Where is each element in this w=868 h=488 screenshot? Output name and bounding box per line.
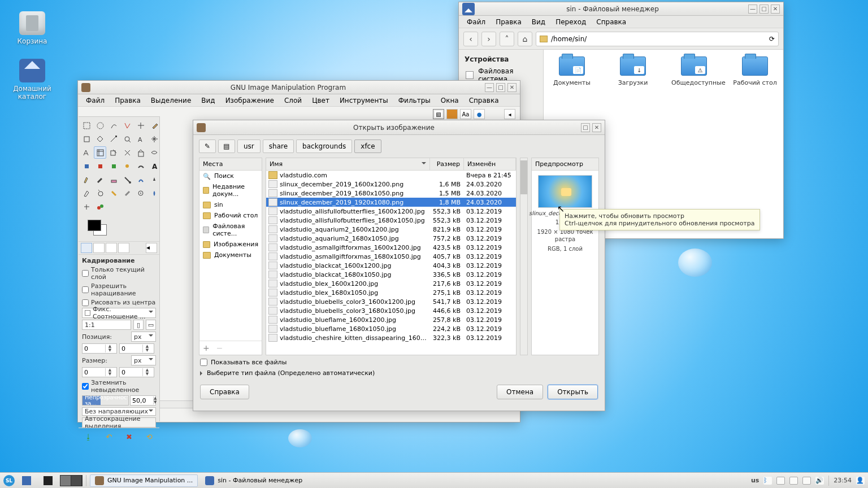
places-item[interactable]: Рабочий стол <box>199 210 262 221</box>
col-date[interactable]: Изменён <box>464 158 516 170</box>
tool-button[interactable] <box>80 173 93 186</box>
titlebar[interactable]: Открыть изображение □ ✕ <box>193 120 605 135</box>
add-bookmark-button[interactable]: + <box>203 343 210 352</box>
remove-bookmark-button[interactable]: − <box>216 343 223 352</box>
menu-go[interactable]: Переход <box>551 16 591 28</box>
tool-button[interactable] <box>148 119 160 132</box>
show-all-files-checkbox[interactable]: Показывать все файлы <box>200 359 598 366</box>
crumb-backgrounds[interactable]: backgrounds <box>296 140 352 153</box>
close-button[interactable]: ✕ <box>592 123 601 132</box>
menu-item[interactable]: Цвет <box>307 95 334 106</box>
menu-view[interactable]: Вид <box>527 16 550 28</box>
pos-x-input[interactable]: ▲▼ <box>82 343 117 354</box>
size-w-input[interactable]: ▲▼ <box>82 367 117 377</box>
restore-preset-button[interactable]: ↶ <box>103 432 115 442</box>
crumb-usr[interactable]: usr <box>237 140 261 153</box>
tool-button[interactable]: A <box>134 133 147 145</box>
file-row[interactable]: vladstudio_blex_1600x1200.jpg217,6 kB03.… <box>266 279 516 288</box>
terminal-launcher[interactable] <box>38 474 58 487</box>
menu-item[interactable]: Справка <box>465 95 504 106</box>
opt-allow-grow[interactable]: Разрешить наращивание <box>82 282 156 297</box>
tool-button[interactable] <box>94 133 106 145</box>
file-row[interactable]: slinux_december_2019_1600x1200.png1,6 MB… <box>266 180 516 189</box>
taskbar-item-gimp[interactable]: GNU Image Manipulation ... <box>90 474 198 487</box>
start-button[interactable]: SL <box>3 475 15 486</box>
file-row[interactable]: vladstudio_allisfullofbutterflies_1600x1… <box>266 207 516 216</box>
tab-menu[interactable]: ◂ <box>504 109 515 119</box>
places-item[interactable]: Документы <box>199 250 262 260</box>
address-input[interactable] <box>551 35 766 43</box>
tool-button[interactable] <box>107 133 120 145</box>
file-row[interactable]: vladstudio_aquarium2_1600x1200.jpg821,9 … <box>266 225 516 234</box>
battery-icon[interactable] <box>802 477 811 485</box>
unit-select[interactable]: px <box>131 355 156 365</box>
tab-menu-button[interactable]: ◂ <box>146 243 157 253</box>
tool-button[interactable] <box>107 119 120 132</box>
back-button[interactable]: ‹ <box>463 32 478 46</box>
close-button[interactable]: ✕ <box>507 83 517 92</box>
folder-item[interactable]: 📄Документы <box>549 56 594 86</box>
menu-help[interactable]: Справка <box>592 16 631 28</box>
menu-item[interactable]: Инструменты <box>335 95 393 106</box>
opacity-value[interactable]: ▲▼ <box>130 395 156 406</box>
tool-button[interactable] <box>80 133 93 145</box>
file-row[interactable]: vladstudio_blackcat_1680x1050.jpg336,5 k… <box>266 270 516 279</box>
tool-button[interactable] <box>134 187 147 199</box>
file-row[interactable]: vladstudio_blueflame_1600x1200.jpg257,8 … <box>266 315 516 324</box>
taskbar-item-filemanager[interactable]: sin - Файловый менеджер <box>200 474 307 487</box>
home-button[interactable]: ⌂ <box>518 32 532 46</box>
tool-button[interactable] <box>134 146 147 159</box>
tool-button[interactable] <box>94 187 106 199</box>
reset-button[interactable]: ⟲ <box>144 432 155 442</box>
tab-font[interactable]: Aa <box>460 109 471 119</box>
crumb-xfce[interactable]: xfce <box>354 140 381 153</box>
clock[interactable]: 23:54 <box>834 477 852 484</box>
titlebar[interactable]: GNU Image Manipulation Program — □ ✕ <box>78 81 520 94</box>
menu-item[interactable]: Выделение <box>146 95 196 106</box>
folder-item[interactable]: Рабочий стол <box>732 56 778 86</box>
tool-button[interactable] <box>148 187 160 199</box>
tool-button[interactable] <box>94 201 106 213</box>
file-row[interactable]: slinux_december_2019_1680x1050.png1,5 MB… <box>266 189 516 198</box>
titlebar[interactable]: sin - Файловый менеджер — □ ✕ <box>459 2 783 16</box>
file-row[interactable]: vladstudio_blackcat_1600x1200.jpg404,3 k… <box>266 261 516 270</box>
file-row[interactable]: vladstudio_cheshire_kitten_dissapearing_… <box>266 333 516 342</box>
user-menu-icon[interactable]: 👤 <box>856 477 865 485</box>
tool-button[interactable] <box>121 187 133 199</box>
file-row[interactable]: slinux_december_2019_1920x1080.png1,8 MB… <box>266 198 516 207</box>
tab-pattern[interactable] <box>446 109 458 119</box>
tool-button[interactable] <box>107 146 120 159</box>
menu-file[interactable]: Файл <box>462 16 490 28</box>
updates-icon[interactable] <box>776 477 785 485</box>
guides-select[interactable]: Без направляющих <box>82 407 156 416</box>
menu-item[interactable]: Файл <box>81 95 109 106</box>
portrait-button[interactable]: ▯ <box>133 320 144 330</box>
tool-button[interactable] <box>94 160 106 172</box>
col-size[interactable]: Размер <box>430 158 464 170</box>
cancel-button[interactable]: Отмена <box>497 385 543 399</box>
file-row[interactable]: vladstudio_asmallgiftforxmas_1600x1200.j… <box>266 243 516 252</box>
crumb-edit-button[interactable]: ✎ <box>199 140 216 153</box>
tool-button[interactable] <box>121 133 133 145</box>
keyboard-layout[interactable]: us <box>751 477 759 484</box>
file-row[interactable]: vladstudio.comВчера в 21:45 <box>266 171 516 180</box>
tab-history[interactable]: ● <box>474 109 485 119</box>
scrollbar[interactable] <box>520 158 528 355</box>
crumb-share[interactable]: share <box>263 140 294 153</box>
aspect-value-input[interactable]: 1:1 <box>82 320 131 330</box>
maximize-button[interactable]: □ <box>760 5 769 14</box>
tool-button[interactable] <box>80 187 93 199</box>
file-row[interactable]: vladstudio_asmallgiftforxmas_1680x1050.j… <box>266 252 516 261</box>
help-button[interactable]: Справка <box>200 385 249 399</box>
forward-button[interactable]: › <box>481 32 496 46</box>
size-h-input[interactable]: ▲▼ <box>119 367 154 377</box>
file-rows[interactable]: vladstudio.comВчера в 21:45slinux_decemb… <box>266 171 516 355</box>
places-item[interactable]: Изображения <box>199 239 262 250</box>
tool-button[interactable] <box>121 119 133 132</box>
opacity-slider[interactable]: Непрозрачность за... <box>82 395 129 406</box>
folder-item[interactable]: ⚠Общедоступные <box>671 56 717 86</box>
places-item[interactable]: Недавние докум... <box>199 181 262 199</box>
opt-dim-unselected[interactable]: Затемнить невыделенное <box>82 379 156 394</box>
tool-button[interactable] <box>80 119 93 132</box>
preview-thumbnail[interactable] <box>538 175 592 208</box>
